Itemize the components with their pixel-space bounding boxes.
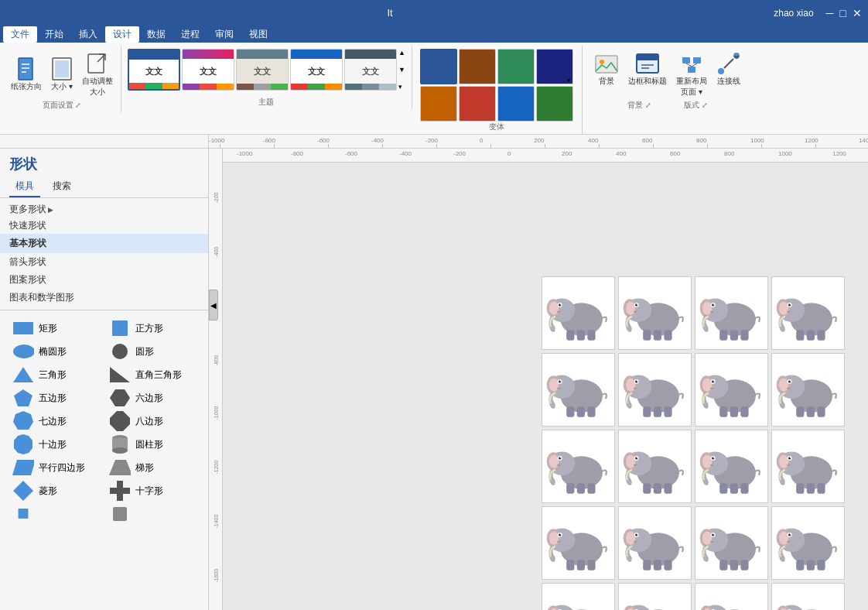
background-btn[interactable]: 背景 xyxy=(591,49,622,89)
menu-view[interactable]: 视图 xyxy=(241,26,275,43)
sidebar: 形状 模具 搜索 更多形状 ▶ 快速形状 基本形状 箭头形状 图案形状 图表和数… xyxy=(0,149,209,610)
menu-process[interactable]: 进程 xyxy=(173,26,207,43)
variant-item-4[interactable]: ▾ xyxy=(536,49,573,84)
shape-pentagon[interactable]: 五边形 xyxy=(9,388,103,408)
elephant-cell-1[interactable] xyxy=(618,276,692,350)
sidebar-quick-shapes[interactable]: 快速形状 xyxy=(0,218,208,234)
theme-item-3[interactable]: 文文 xyxy=(236,49,289,91)
window-controls[interactable]: ─ □ ✕ xyxy=(826,7,862,19)
elephant-cell-13[interactable] xyxy=(618,506,692,580)
menu-review[interactable]: 审阅 xyxy=(207,26,241,43)
shape-heptagon[interactable]: 七边形 xyxy=(9,411,103,431)
shape-triangle[interactable]: 三角形 xyxy=(9,365,103,385)
svg-rect-61 xyxy=(664,330,672,341)
menu-data[interactable]: 数据 xyxy=(139,26,173,43)
shape-decagon[interactable]: 十边形 xyxy=(9,434,103,454)
minimize-icon[interactable]: ─ xyxy=(826,7,834,19)
shape-misc1[interactable] xyxy=(9,504,103,524)
sidebar-collapse-btn[interactable]: ◀ xyxy=(209,290,218,320)
theme-item-2[interactable]: 文文 xyxy=(182,49,234,91)
menu-bar: 文件 开始 插入 设计 数据 进程 审阅 视图 xyxy=(0,26,868,43)
theme-item-4[interactable]: 文文 xyxy=(290,49,343,91)
elephant-cell-3[interactable] xyxy=(771,276,845,350)
auto-resize-btn[interactable]: 自动调整大小 xyxy=(79,49,116,100)
shape-right-triangle[interactable]: 直角三角形 xyxy=(106,365,200,385)
menu-design[interactable]: 设计 xyxy=(105,26,139,43)
close-icon[interactable]: ✕ xyxy=(853,7,862,19)
svg-rect-49 xyxy=(566,330,574,341)
svg-rect-140 xyxy=(654,483,661,494)
theme-item-1[interactable]: 文文 xyxy=(128,49,180,91)
menu-home[interactable]: 开始 xyxy=(37,26,71,43)
shape-diamond[interactable]: 菱形 xyxy=(9,481,103,501)
sidebar-arrow-shapes[interactable]: 箭头形状 xyxy=(0,253,208,271)
theme-item-5[interactable]: 文文 xyxy=(344,49,397,91)
svg-point-155 xyxy=(779,455,788,468)
elephant-cell-19[interactable] xyxy=(771,583,845,610)
elephant-cell-8[interactable] xyxy=(542,430,615,503)
sidebar-basic-shapes[interactable]: 基本形状 xyxy=(0,234,208,253)
variant-item-2[interactable] xyxy=(459,49,496,84)
shape-trapezoid[interactable]: 梯形 xyxy=(106,458,200,478)
shape-octagon[interactable]: 八边形 xyxy=(106,411,200,431)
shape-rect[interactable]: 矩形 xyxy=(9,318,103,338)
background-group-label: 背景 ⤢ 版式 ⤢ xyxy=(627,100,707,112)
elephant-cell-6[interactable] xyxy=(695,353,768,427)
shape-cylinder[interactable]: 圆柱形 xyxy=(106,434,200,454)
elephant-cell-12[interactable] xyxy=(542,506,615,580)
elephant-grid xyxy=(542,276,845,610)
circle-icon xyxy=(109,343,131,360)
elephant-cell-11[interactable] xyxy=(771,430,845,503)
svg-point-148 xyxy=(713,457,714,458)
ruler-h-tick: -1000 xyxy=(209,137,224,144)
svg-point-68 xyxy=(713,303,714,304)
variant-item-5[interactable] xyxy=(420,86,457,122)
shape-cross[interactable]: 十字形 xyxy=(106,481,200,501)
menu-file[interactable]: 文件 xyxy=(3,26,37,43)
elephant-cell-2[interactable] xyxy=(695,276,768,350)
elephant-cell-7[interactable] xyxy=(771,353,845,427)
elephant-cell-4[interactable] xyxy=(542,353,615,427)
elephant-cell-15[interactable] xyxy=(771,506,845,580)
variant-item-1[interactable] xyxy=(420,49,457,84)
border-title-btn[interactable]: 边框和标题 xyxy=(625,49,670,89)
menu-insert[interactable]: 插入 xyxy=(71,26,105,43)
more-shapes-arrow: ▶ xyxy=(48,206,53,214)
sidebar-tab-stencils[interactable]: 模具 xyxy=(9,176,40,197)
variant-item-3[interactable] xyxy=(497,49,535,84)
elephant-cell-0[interactable] xyxy=(542,276,615,350)
shape-square[interactable]: 正方形 xyxy=(106,318,200,338)
shape-circle[interactable]: 圆形 xyxy=(106,341,200,362)
sidebar-tab-search[interactable]: 搜索 xyxy=(46,176,77,197)
connector-btn[interactable]: 连接线 xyxy=(713,49,744,89)
elephant-cell-5[interactable] xyxy=(618,353,692,427)
svg-point-95 xyxy=(626,379,635,392)
elephant-cell-9[interactable] xyxy=(618,430,692,503)
shape-parallelogram[interactable]: 平行四边形 xyxy=(9,458,103,478)
theme-scroll[interactable]: ▲ ▼ ▾ xyxy=(398,49,405,91)
ruler-h-canvas: -1000-800-600-400-2000200400600800100012… xyxy=(223,149,868,163)
sidebar-more-shapes[interactable]: 更多形状 ▶ xyxy=(0,201,208,218)
canvas-inner: -200-400-600-800-1000-1200-1400-1600-180… xyxy=(209,149,868,610)
elephant-cell-16[interactable] xyxy=(542,583,615,610)
page-size-btn[interactable]: 大小 ▾ xyxy=(46,54,77,94)
relayout-btn[interactable]: 重新布局页面 ▾ xyxy=(673,49,710,100)
sidebar-pattern-shapes[interactable]: 图案形状 xyxy=(0,271,208,289)
page-direction-btn[interactable]: 纸张方向 xyxy=(8,54,45,94)
shape-trapezoid-label: 梯形 xyxy=(135,461,154,475)
elephant-cell-14[interactable] xyxy=(695,506,768,580)
elephant-cell-17[interactable] xyxy=(618,583,692,610)
elephant-cell-10[interactable] xyxy=(695,430,768,503)
variant-item-7[interactable] xyxy=(497,86,535,122)
shape-ellipse[interactable]: 椭圆形 xyxy=(9,341,103,362)
shape-misc2[interactable] xyxy=(106,504,200,524)
maximize-icon[interactable]: □ xyxy=(840,7,846,19)
shape-hexagon[interactable]: 六边形 xyxy=(106,388,200,408)
shape-circle-label: 圆形 xyxy=(135,345,154,358)
svg-rect-0 xyxy=(19,58,32,80)
variant-item-6[interactable] xyxy=(459,86,496,122)
elephant-cell-18[interactable] xyxy=(695,583,768,610)
sidebar-chart-math[interactable]: 图表和数学图形 xyxy=(0,289,208,307)
variant-item-8[interactable] xyxy=(536,86,573,122)
canvas-scroll[interactable]: -200-400-600-800-1000-1200-1400-1600-180… xyxy=(209,149,868,610)
